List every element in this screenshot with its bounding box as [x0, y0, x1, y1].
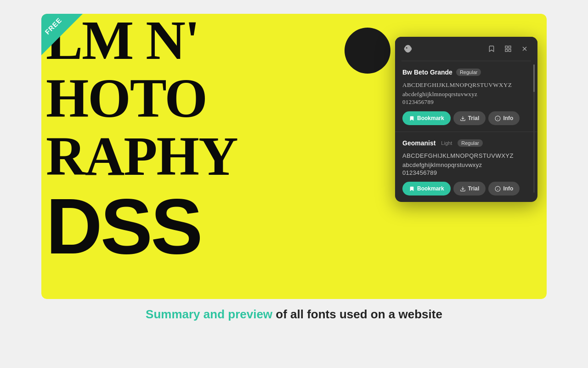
font-preview-2: ABCDEFGHIJKLMNOPQRSTUVWXYZ abcdefghijklm… [402, 151, 530, 176]
bookmark-icon-1 [409, 115, 415, 121]
font-tag-regular-2: Regular [458, 139, 483, 147]
font-title-row-2: Geomanist Light Regular [402, 139, 530, 147]
svg-rect-4 [509, 49, 511, 52]
trial-button-1[interactable]: Trial [453, 111, 486, 125]
font-name-1: Bw Beto Grande [402, 69, 452, 76]
font-tag-regular-1: Regular [456, 69, 481, 76]
preview-container: FREE LM N' HOTO RAPHY DSS [41, 14, 547, 299]
font-preview-nums-1: 0123456789 [402, 98, 530, 106]
font-preview-lower-2: abcdefghijklmnopqrstuvwxyz [402, 161, 530, 170]
close-icon-btn[interactable] [518, 42, 531, 55]
bookmark-button-2[interactable]: Bookmark [402, 182, 451, 196]
trial-button-2[interactable]: Trial [453, 182, 486, 196]
svg-point-0 [406, 47, 407, 49]
panel-header-icons [485, 42, 531, 55]
font-preview-lower-1: abcdefghijklmnopqrstuvwxyz [402, 90, 530, 99]
svg-rect-1 [505, 46, 508, 48]
font-tag-light-2: Light [439, 139, 454, 147]
download-icon-1 [460, 115, 466, 121]
svg-rect-2 [509, 46, 511, 48]
grid-icon-btn[interactable] [502, 42, 514, 55]
caption-rest: of all fonts used on a website [272, 307, 442, 321]
panel-header [395, 37, 537, 61]
bookmark-button-1[interactable]: Bookmark [402, 111, 451, 125]
caption-area: Summary and preview of all fonts used on… [41, 307, 547, 322]
font-preview-nums-2: 0123456789 [402, 169, 530, 176]
caption-highlight: Summary and preview [146, 307, 272, 321]
font-actions-2: Bookmark Trial [402, 182, 530, 196]
font-preview-upper-1: ABCDEFGHIJKLMNOPQRSTUVWXYZ [402, 80, 530, 90]
bookmark-icon-2 [409, 186, 415, 192]
font-preview-1: ABCDEFGHIJKLMNOPQRSTUVWXYZ abcdefghijklm… [402, 80, 530, 106]
font-card-geomanist: Geomanist Light Regular ABCDEFGHIJKLMNOP… [395, 132, 537, 202]
info-icon-2 [495, 186, 501, 192]
plugin-panel: Bw Beto Grande Regular ABCDEFGHIJKLMNOPQ… [395, 37, 537, 202]
download-icon-2 [460, 186, 466, 192]
panel-content[interactable]: Bw Beto Grande Regular ABCDEFGHIJKLMNOPQ… [395, 61, 537, 202]
font-card-bw-beto: Bw Beto Grande Regular ABCDEFGHIJKLMNOPQ… [395, 61, 537, 132]
font-actions-1: Bookmark Trial [402, 111, 530, 125]
font-preview-upper-2: ABCDEFGHIJKLMNOPQRSTUVWXYZ [402, 151, 530, 161]
font-title-row-1: Bw Beto Grande Regular [402, 69, 530, 76]
ninja-bird-icon [403, 44, 413, 54]
scroll-indicator [533, 64, 535, 193]
info-button-2[interactable]: Info [488, 182, 520, 196]
dark-circle-decoration [345, 28, 390, 74]
bookmark-icon-btn[interactable] [485, 42, 498, 55]
info-button-1[interactable]: Info [488, 111, 520, 125]
main-area: FREE LM N' HOTO RAPHY DSS [41, 14, 547, 322]
plugin-logo [401, 42, 414, 55]
font-name-2: Geomanist [402, 139, 435, 147]
yellow-background: FREE LM N' HOTO RAPHY DSS [41, 14, 547, 299]
info-icon-1 [495, 115, 501, 121]
scroll-thumb [533, 64, 535, 92]
svg-rect-3 [505, 49, 508, 52]
